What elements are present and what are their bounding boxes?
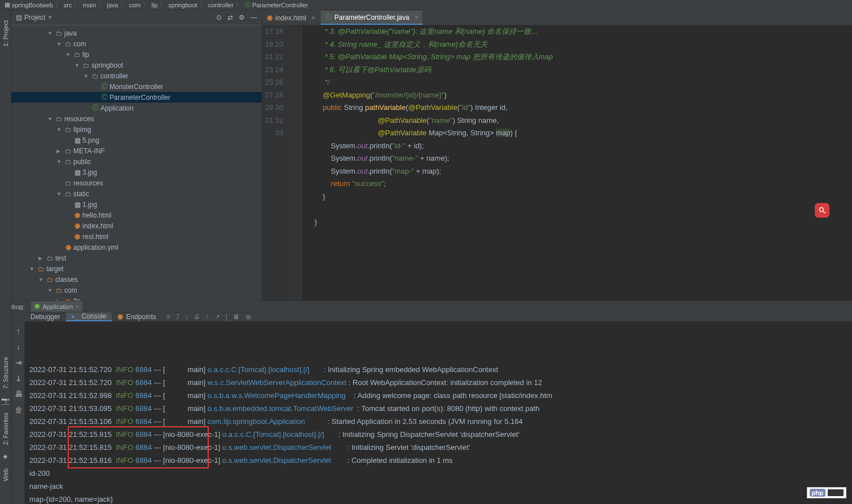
- evaluate-icon[interactable]: ↗: [214, 313, 220, 321]
- tree-node[interactable]: ⬣hello.html: [11, 210, 262, 220]
- breadcrumb-item[interactable]: ▦springBootweb: [5, 1, 53, 8]
- camera-icon[interactable]: 📷: [1, 397, 10, 405]
- tree-node[interactable]: ▼🗀public: [11, 156, 262, 167]
- left-tool-rail: 1: Project: [0, 10, 11, 300]
- console-output[interactable]: 2022-07-31 21:51:52.720 INFO 6884 --- [ …: [25, 322, 852, 504]
- code-content[interactable]: * 3. @PathVariable("name"): 这里name 和{nam…: [302, 25, 852, 300]
- chevron-down-icon[interactable]: ▼: [47, 15, 52, 20]
- tree-node[interactable]: ⬣application.yml: [11, 242, 262, 253]
- debug-config-tab[interactable]: ⬢ Application ×: [31, 301, 82, 312]
- force-step-icon[interactable]: ⇊: [194, 313, 200, 321]
- tree-node[interactable]: ▼🗀com: [11, 285, 262, 295]
- tab-console[interactable]: ▸_ Console: [66, 312, 112, 321]
- calc-icon[interactable]: 🖩: [233, 313, 240, 321]
- close-icon[interactable]: ×: [311, 14, 315, 22]
- tree-node[interactable]: ▼🗀controller: [11, 70, 262, 81]
- scroll-icon[interactable]: ⤓: [15, 374, 22, 383]
- line-gutter: 17 18 19 20 21 22 23 24 25 26 27 28 29 3…: [262, 25, 291, 300]
- console-icon: ▸_: [72, 312, 79, 320]
- tree-node[interactable]: ▼🗀springboot: [11, 60, 262, 70]
- console-action-rail: ↑ ↓ ⇥ ⤓ 🖶 🗑: [12, 322, 25, 504]
- tree-node[interactable]: ▦5.png: [11, 135, 262, 145]
- php-watermark: php: [807, 487, 846, 498]
- editor-tabs: ⬣index.html×ⒸParameterController.java×: [262, 10, 852, 25]
- tree-node[interactable]: ⒸMonsterController: [11, 81, 262, 92]
- tree-node[interactable]: ▼🗀com: [11, 38, 262, 49]
- tree-node[interactable]: ▼🗀static: [11, 188, 262, 199]
- icon-gutter: [291, 25, 302, 300]
- breadcrumb-item[interactable]: controller: [208, 2, 234, 8]
- structure-tool-button[interactable]: 7: Structure: [2, 357, 9, 389]
- project-tool-button[interactable]: 1: Project: [2, 20, 9, 46]
- star-icon[interactable]: ★: [2, 453, 8, 461]
- tree-node[interactable]: ⒸApplication: [11, 103, 262, 113]
- project-panel: ▤ Project ▼ ⊙ ⇄ ⚙ — ▼🗀java▼🗀com▼🗀llp▼🗀sp…: [11, 10, 262, 300]
- breadcrumb: ▦springBootweb〉src〉main〉java〉com〉llp〉spr…: [0, 0, 852, 10]
- web-tool-button[interactable]: Web: [2, 468, 9, 481]
- svg-point-0: [819, 207, 823, 211]
- tree-node[interactable]: ▼🗀target: [11, 263, 262, 274]
- tree-node[interactable]: ⬣rest.html: [11, 231, 262, 242]
- spring-icon: ⬢: [34, 303, 40, 310]
- tree-node[interactable]: 🗀resources: [11, 178, 262, 188]
- panel-title[interactable]: Project: [24, 14, 45, 21]
- gear-icon[interactable]: ⚙: [239, 14, 245, 21]
- step-over-icon[interactable]: ≡: [166, 313, 170, 321]
- wrap-icon[interactable]: ⇥: [15, 358, 22, 367]
- tree-node[interactable]: ▼🗀resources: [11, 113, 262, 124]
- breadcrumb-item[interactable]: main: [82, 2, 96, 8]
- breadcrumb-item[interactable]: com: [129, 2, 140, 8]
- print-icon[interactable]: 🖶: [15, 390, 23, 399]
- tree-node[interactable]: ▶🗀llp: [11, 295, 262, 300]
- breadcrumb-item[interactable]: src: [64, 2, 72, 8]
- up-icon[interactable]: ↑: [16, 326, 20, 335]
- tree-node[interactable]: ▦1.jpg: [11, 199, 262, 210]
- run-to-cursor-icon[interactable]: ↑: [205, 313, 209, 321]
- left-tool-rail-lower: 7: Structure 📷 2: Favorites ★ Web: [0, 300, 11, 504]
- tree-node[interactable]: ⬣index.html: [11, 220, 262, 231]
- step-into-icon[interactable]: ⤴: [176, 313, 179, 321]
- threads-icon[interactable]: ≣: [245, 313, 251, 321]
- tree-node[interactable]: ▼🗀llp: [11, 49, 262, 60]
- endpoints-icon: ⬣: [117, 313, 123, 321]
- debug-panel: Debug: ⬢ Application × Debugger ▸_ Conso…: [0, 300, 852, 501]
- tree-node[interactable]: ▼🗀classes: [11, 274, 262, 285]
- step-out-icon[interactable]: ↓: [185, 313, 188, 321]
- tab-debugger[interactable]: Debugger: [25, 312, 66, 321]
- tree-node[interactable]: ▶🗀META-INF: [11, 145, 262, 156]
- tree-node[interactable]: ▼🗀java: [11, 28, 262, 38]
- code-editor[interactable]: 17 18 19 20 21 22 23 24 25 26 27 28 29 3…: [262, 25, 852, 300]
- close-icon[interactable]: ×: [414, 14, 418, 21]
- tab-endpoints[interactable]: ⬣ Endpoints: [112, 312, 161, 321]
- favorites-tool-button[interactable]: 2: Favorites: [2, 413, 9, 445]
- search-icon[interactable]: [815, 203, 829, 218]
- project-view-icon: ▤: [16, 14, 22, 21]
- editor-tab[interactable]: ⒸParameterController.java×: [320, 11, 424, 25]
- breadcrumb-item[interactable]: llp: [151, 2, 157, 8]
- close-icon[interactable]: ×: [75, 303, 78, 310]
- breadcrumb-item[interactable]: springboot: [168, 2, 197, 8]
- clear-icon[interactable]: 🗑: [15, 405, 23, 414]
- tree-node[interactable]: ▶🗀test: [11, 253, 262, 263]
- expand-icon[interactable]: ⇄: [227, 14, 233, 21]
- tree-node[interactable]: ▼🗀llpimg: [11, 124, 262, 135]
- breadcrumb-item[interactable]: java: [107, 2, 118, 8]
- svg-line-1: [823, 211, 825, 214]
- project-tree[interactable]: ▼🗀java▼🗀com▼🗀llp▼🗀springboot▼🗀controller…: [11, 25, 262, 300]
- down-icon[interactable]: ↓: [16, 342, 20, 351]
- tree-node[interactable]: ⒸParameterController: [11, 92, 262, 103]
- hide-icon[interactable]: —: [251, 14, 257, 21]
- editor-tab[interactable]: ⬣index.html×: [262, 11, 320, 25]
- locate-icon[interactable]: ⊙: [216, 14, 222, 21]
- tree-node[interactable]: ▦3.jpg: [11, 167, 262, 178]
- breadcrumb-item[interactable]: ⒸParameterController: [244, 1, 308, 9]
